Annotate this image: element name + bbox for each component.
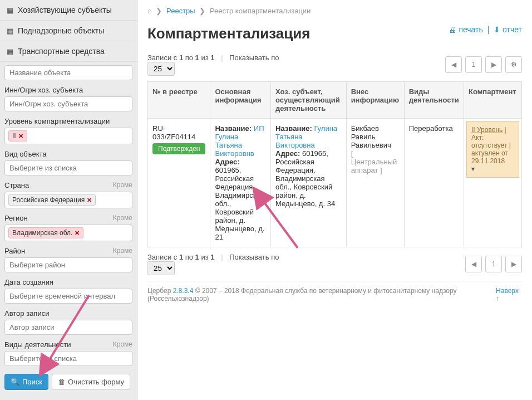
search-button[interactable]: 🔍Поиск xyxy=(4,374,48,390)
level-select[interactable]: II✕ xyxy=(4,128,132,144)
who-org: [ Центральный аппарат ] xyxy=(351,149,397,174)
filters-panel: Инн/Огрн хоз. субъекта Уровень компартме… xyxy=(0,62,137,397)
page-prev[interactable]: ◀ xyxy=(445,56,462,73)
search-icon: 🔍 xyxy=(11,378,19,386)
country-select[interactable]: Российская Федерация✕ xyxy=(4,192,132,208)
date-label: Дата создания xyxy=(4,278,132,286)
breadcrumb-current: Реестр компартментализации xyxy=(210,7,311,15)
section-objects[interactable]: ▦Поднадзорные объекты xyxy=(0,21,137,41)
chevron-down-icon[interactable]: ▾ xyxy=(471,165,475,173)
results-table: № в реестре Основная информация Хоз. суб… xyxy=(147,81,522,247)
remove-icon[interactable]: ✕ xyxy=(87,197,92,204)
sidebar: ▦Хозяйствующие субъекты ▦Поднадзорные об… xyxy=(0,0,137,400)
page-number-bottom[interactable]: 1 xyxy=(485,256,502,272)
gear-icon: ⚙ xyxy=(511,61,517,69)
inn-label: Инн/Огрн хоз. субъекта xyxy=(4,86,132,94)
main-content: ⌂ ❯ Реестры ❯ Реестр компартментализации… xyxy=(137,0,532,400)
compartment-cell: II Уровень | Акт: отсутствует | актуален… xyxy=(466,121,519,178)
col-activity: Виды деятельности xyxy=(404,82,464,119)
section-label: Хозяйствующие субъекты xyxy=(18,6,112,14)
rayon-label: РайонКроме xyxy=(4,247,132,255)
breadcrumb-registries[interactable]: Реестры xyxy=(166,7,195,15)
author-label: Автор записи xyxy=(4,309,132,318)
region-select[interactable]: Владимирская обл.✕ xyxy=(4,225,132,241)
page-next[interactable]: ▶ xyxy=(485,56,502,73)
col-num: № в реестре xyxy=(148,82,210,119)
print-icon: 🖨 xyxy=(449,25,456,34)
app-name: Цербер xyxy=(147,287,171,295)
section-hoz-subjects[interactable]: ▦Хозяйствующие субъекты xyxy=(0,0,137,21)
object-name-input[interactable] xyxy=(4,65,132,80)
rayon-input[interactable] xyxy=(4,257,132,272)
inn-input[interactable] xyxy=(4,96,132,111)
page-next-bottom[interactable]: ▶ xyxy=(505,256,522,272)
scroll-top-link[interactable]: Наверх ↑ xyxy=(496,287,522,303)
info-addr-label: Адрес: xyxy=(215,158,239,166)
page-prev-bottom[interactable]: ◀ xyxy=(465,256,482,272)
vidobj-label: Вид объекта xyxy=(4,150,132,158)
subj-addr: 601965, Российская Федерация, Владимирск… xyxy=(275,149,335,208)
level-tag[interactable]: II✕ xyxy=(8,130,27,142)
except-toggle[interactable]: Кроме xyxy=(113,247,132,255)
remove-icon[interactable]: ✕ xyxy=(75,230,80,237)
breadcrumb: ⌂ ❯ Реестры ❯ Реестр компартментализации xyxy=(147,7,522,15)
copyright: © 2007 – 2018 Федеральная служба по вете… xyxy=(147,287,456,303)
info-name-label: Название: xyxy=(215,124,252,133)
page-actions: 🖨 печать | ⬇ отчет xyxy=(449,25,522,34)
page-number[interactable]: 1 xyxy=(465,56,482,73)
level-label: Уровень компартментализации xyxy=(4,117,132,125)
col-compartment: Компартмент xyxy=(464,82,522,119)
region-label: РегионКроме xyxy=(4,214,132,222)
status-badge: Подтвержден xyxy=(152,143,205,154)
info-addr: 601965, Российская Федерация, Владимирск… xyxy=(215,166,264,241)
col-info: Основная информация xyxy=(210,82,271,119)
compartment-text: Акт: отсутствует | актуален от 29.11.201… xyxy=(471,134,511,165)
subj-name-label: Название: xyxy=(275,124,312,133)
who-name: Бикбаев Равиль Равильевич xyxy=(351,124,391,149)
grid-icon: ▦ xyxy=(7,27,13,35)
except-toggle[interactable]: Кроме xyxy=(113,214,132,222)
pager-top: Записи с 1 по 1 из 1 | Показывать по 25 … xyxy=(147,53,522,76)
country-tag[interactable]: Российская Федерация✕ xyxy=(8,194,96,206)
download-icon: ⬇ xyxy=(494,25,500,34)
country-label: СтранаКроме xyxy=(4,181,132,189)
page-size-select-bottom[interactable]: 25 xyxy=(147,261,175,275)
section-label: Транспортные средства xyxy=(18,47,105,56)
region-tag[interactable]: Владимирская обл.✕ xyxy=(8,227,83,238)
section-transport[interactable]: ▦Транспортные средства xyxy=(0,41,137,62)
version-link[interactable]: 2.8.3.4 xyxy=(173,287,194,295)
compartment-level-link[interactable]: II Уровень xyxy=(471,126,503,134)
remove-icon[interactable]: ✕ xyxy=(18,133,23,140)
section-label: Поднадзорные объекты xyxy=(18,26,104,35)
registry-number: RU-033/ZF04114 xyxy=(152,124,195,141)
settings-button[interactable]: ⚙ xyxy=(505,56,522,73)
except-toggle[interactable]: Кроме xyxy=(113,340,132,349)
author-input[interactable] xyxy=(4,320,132,335)
clear-button[interactable]: 🗑Очистить форму xyxy=(52,374,130,390)
col-who: Внес информацию xyxy=(346,82,404,119)
page-title: Компартментализация xyxy=(147,25,310,42)
home-icon[interactable]: ⌂ xyxy=(147,7,152,15)
grid-icon: ▦ xyxy=(7,47,13,56)
except-toggle[interactable]: Кроме xyxy=(113,181,132,189)
subj-addr-label: Адрес: xyxy=(275,149,300,158)
vidd-input[interactable] xyxy=(4,351,132,366)
table-row: RU-033/ZF04114 Подтвержден Название: ИП … xyxy=(148,119,522,247)
page-size-select[interactable]: 25 xyxy=(147,62,175,76)
date-input[interactable] xyxy=(4,289,132,304)
footer: Цербер 2.8.3.4 © 2007 – 2018 Федеральная… xyxy=(147,281,522,308)
users-icon: ▦ xyxy=(7,6,13,14)
vidd-label: Виды деятельностиКроме xyxy=(4,340,132,349)
report-link[interactable]: ⬇ отчет xyxy=(494,25,522,34)
activity-value: Переработка xyxy=(409,124,453,133)
vidobj-input[interactable] xyxy=(4,160,132,175)
trash-icon: 🗑 xyxy=(58,378,65,386)
pager-bottom: Записи с 1 по 1 из 1 | Показывать по 25 … xyxy=(147,253,522,275)
col-subject: Хоз. субъект, осуществляющий деятельност… xyxy=(271,82,347,119)
print-link[interactable]: 🖨 печать xyxy=(449,25,482,34)
